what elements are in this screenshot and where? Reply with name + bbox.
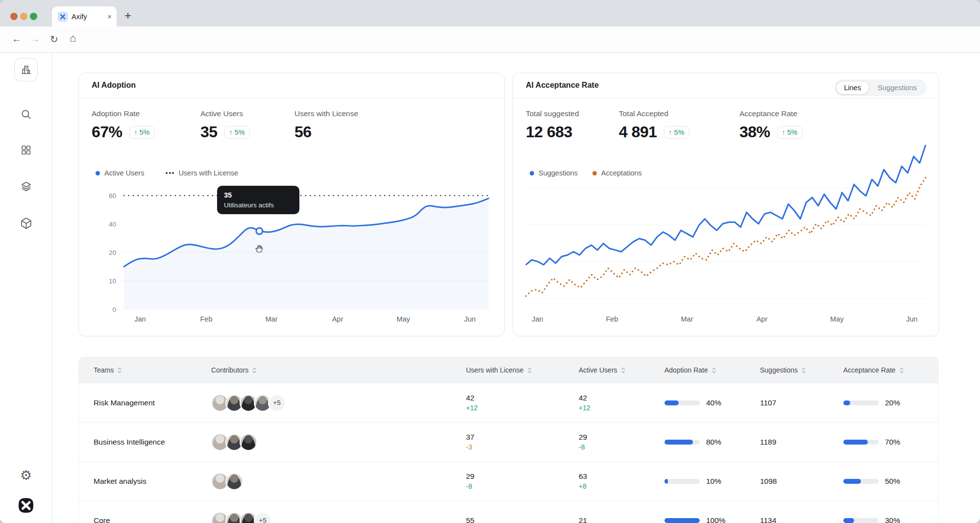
adoption-rate-cell: 100% — [655, 501, 750, 523]
reload-icon[interactable]: ↻ — [50, 33, 58, 45]
ai-adoption-metrics: Adoption Rate 67% ↑5% Active Users 35 ↑5… — [92, 109, 358, 141]
table-row[interactable]: Core+55521100%113430% — [79, 500, 938, 523]
traffic-light-zoom[interactable] — [30, 13, 37, 20]
search-icon — [20, 108, 32, 121]
traffic-light-minimize[interactable] — [20, 13, 27, 20]
table-row[interactable]: Risk Management+542+1242+1240%110720% — [79, 383, 938, 422]
building-icon — [20, 64, 32, 75]
svg-text:10: 10 — [109, 277, 116, 285]
sort-icon — [251, 367, 257, 374]
metric-adoption-rate: Adoption Rate 67% ↑5% — [92, 109, 200, 141]
sidebar-item-layers[interactable] — [14, 174, 38, 198]
sort-icon — [117, 367, 122, 374]
adoption-rate-cell: 80% — [655, 423, 750, 461]
ai-acceptance-chart[interactable]: JanFebMarAprMayJun — [525, 139, 928, 325]
ai-acceptance-title: AI Acceptance Rate — [526, 81, 599, 90]
progress-bar — [843, 518, 879, 523]
legend-users-with-license[interactable]: Users with License — [166, 169, 238, 177]
team-name: Core — [79, 501, 201, 523]
chart-tooltip: 35 Utilisateurs actifs — [217, 186, 299, 214]
axify-logo-icon — [15, 494, 37, 517]
svg-text:0: 0 — [112, 306, 116, 313]
column-header-suggestions[interactable]: Suggestions — [750, 357, 833, 383]
toggle-lines-button[interactable]: Lines — [836, 81, 870, 95]
column-header-teams[interactable]: Teams — [79, 357, 201, 383]
back-icon[interactable]: ← — [12, 33, 22, 45]
contributors-cell — [201, 423, 456, 461]
svg-text:Apr: Apr — [332, 315, 343, 323]
active-users-cell: 63+8 — [569, 462, 655, 500]
progress-bar — [664, 400, 700, 405]
delta-badge: ↑5% — [664, 126, 689, 139]
sort-icon — [527, 367, 533, 374]
svg-text:Jan: Jan — [134, 315, 146, 323]
adoption-rate-cell: 10% — [655, 462, 750, 500]
traffic-light-close[interactable] — [10, 13, 18, 20]
sidebar-item-packages[interactable] — [14, 211, 38, 235]
sidebar-item-dashboard[interactable] — [14, 138, 38, 162]
ai-acceptance-metrics: Total suggested 12 683 Total Accepted 4 … — [526, 109, 803, 141]
column-header-contributors[interactable]: Contributors — [201, 357, 456, 383]
table-body: Risk Management+542+1242+1240%110720%Bus… — [79, 383, 938, 523]
ai-adoption-legend: Active Users Users with License — [96, 169, 238, 177]
cube-icon — [20, 217, 32, 229]
suggestions-cell: 1107 — [750, 383, 833, 422]
arrow-up-icon: ↑ — [229, 128, 233, 136]
sidebar-item-search[interactable] — [14, 102, 38, 126]
team-name: Market analysis — [79, 462, 201, 500]
suggestions-cell: 1098 — [750, 462, 833, 500]
sort-icon — [711, 367, 717, 374]
table-row[interactable]: Business Intelligence37-329-880%118970% — [79, 422, 938, 461]
contributors-cell — [201, 462, 456, 500]
active-users-cell: 42+12 — [569, 383, 655, 422]
metric-total-suggested: Total suggested 12 683 — [526, 109, 619, 141]
tooltip-value: 35 — [224, 191, 293, 199]
ai-adoption-title: AI Adoption — [92, 81, 136, 90]
column-header-acceptance-rate[interactable]: Acceptance Rate — [833, 357, 938, 383]
progress-bar — [664, 440, 700, 445]
dotted-series-icon — [166, 172, 174, 174]
adoption-rate-cell: 40% — [655, 383, 750, 422]
forward-icon[interactable]: → — [30, 33, 40, 45]
svg-text:May: May — [830, 315, 844, 323]
new-tab-icon[interactable]: + — [124, 9, 131, 23]
home-icon[interactable]: ⌂ — [70, 32, 76, 45]
contributors-cell: +5 — [201, 501, 456, 523]
browser-tab[interactable]: Axify × — [52, 6, 117, 26]
sidebar-axify-logo[interactable] — [14, 494, 38, 517]
team-name: Risk Management — [79, 383, 201, 422]
column-header-active-users[interactable]: Active Users — [569, 357, 655, 383]
users-with-license-cell: 29-8 — [456, 462, 569, 500]
avatar-overflow-badge: +5 — [268, 394, 286, 412]
tab-strip: Axify × + — [0, 0, 980, 26]
avatar — [225, 473, 243, 490]
column-header-adoption-rate[interactable]: Adoption Rate — [655, 357, 750, 383]
avatar-overflow-badge: +5 — [254, 512, 271, 523]
ai-acceptance-header: AI Acceptance Rate Lines Suggestions — [513, 73, 938, 99]
progress-bar — [664, 479, 700, 484]
layers-icon — [20, 180, 32, 193]
users-with-license-cell: 55 — [456, 501, 569, 523]
active-users-cell: 29-8 — [569, 423, 655, 461]
legend-active-users[interactable]: Active Users — [96, 169, 144, 177]
sidebar-item-organization[interactable] — [14, 58, 38, 81]
sort-icon — [899, 367, 905, 374]
sidebar-item-settings[interactable]: ⚙ — [14, 464, 38, 487]
tab-close-icon[interactable]: × — [107, 12, 112, 21]
table-row[interactable]: Market analysis29-863+810%109850% — [79, 461, 938, 500]
arrow-up-icon: ↑ — [782, 128, 785, 136]
svg-text:May: May — [396, 315, 410, 323]
metric-acceptance-rate: Acceptance Rate 38% ↑5% — [739, 109, 803, 141]
axify-favicon — [58, 12, 68, 22]
svg-text:Jun: Jun — [906, 315, 917, 323]
active-users-cell: 21 — [569, 501, 655, 523]
svg-text:Apr: Apr — [757, 315, 768, 323]
column-header-users-with-license[interactable]: Users with License — [456, 357, 569, 383]
svg-text:Feb: Feb — [200, 315, 213, 323]
arrow-up-icon: ↑ — [134, 128, 138, 136]
svg-text:Mar: Mar — [266, 315, 278, 323]
contributors-cell: +5 — [201, 383, 456, 422]
arrow-up-icon: ↑ — [669, 128, 672, 136]
toggle-suggestions-button[interactable]: Suggestions — [869, 81, 925, 95]
svg-text:Jun: Jun — [464, 315, 475, 323]
